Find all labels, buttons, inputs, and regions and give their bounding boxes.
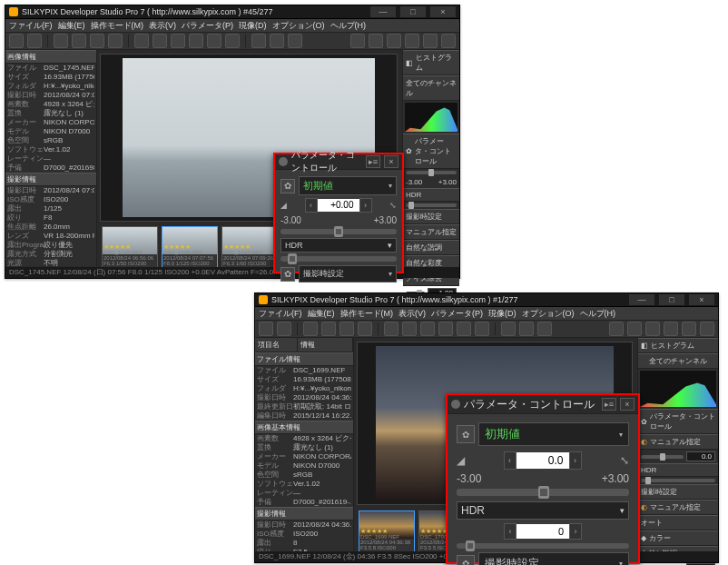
tool-button[interactable] xyxy=(700,322,714,336)
hdr-value[interactable]: 0 xyxy=(516,524,569,539)
tool-button[interactable] xyxy=(519,322,534,336)
tool-button[interactable] xyxy=(402,322,417,336)
settings-icon[interactable]: ✿ xyxy=(457,555,475,566)
label[interactable]: 撮影時設定 xyxy=(406,212,442,222)
hdr-dropdown[interactable]: HDR▾ xyxy=(457,501,629,520)
exposure-spinner[interactable]: ‹ 0.0 › xyxy=(504,451,582,470)
tool-button[interactable] xyxy=(387,34,401,48)
hdr-dropdown[interactable]: HDR▾ xyxy=(280,238,397,253)
maximize-button[interactable]: □ xyxy=(659,294,684,305)
increment-button[interactable]: › xyxy=(359,198,372,213)
tool-button[interactable] xyxy=(384,322,398,336)
decrement-button[interactable]: ‹ xyxy=(504,523,516,540)
menu-edit[interactable]: 編集(E) xyxy=(308,308,335,320)
expand-icon[interactable]: ▸≡ xyxy=(366,155,380,168)
thumbnail[interactable]: ★★★★★DSC_1699.NEF2012/08/24 04:36:38F3.5… xyxy=(359,510,415,552)
hdr-slider[interactable] xyxy=(406,203,457,207)
tool-button[interactable] xyxy=(501,322,516,336)
tool-button[interactable] xyxy=(627,322,642,336)
settings-icon[interactable]: ✿ xyxy=(280,267,295,282)
thumbnail[interactable]: ★★★★★DSC_1745.NEF2012/08/24 07:07:56F8.0… xyxy=(162,226,218,268)
close-button[interactable]: × xyxy=(689,294,714,305)
menu-develop[interactable]: 現像(D) xyxy=(239,20,267,32)
minimize-button[interactable]: ― xyxy=(370,6,396,17)
label[interactable]: 自然な諧調 xyxy=(406,243,442,253)
channel-label[interactable]: 全てのチャンネル xyxy=(649,356,707,366)
menu-view[interactable]: 表示(V) xyxy=(398,308,426,320)
label[interactable]: マニュアル指定 xyxy=(650,502,701,512)
thumbnail[interactable]: ★★★★★DSC_1743.NEF2012/08/24 06:56:06F6.3… xyxy=(102,226,158,268)
label[interactable]: 撮影時設定 xyxy=(641,487,677,497)
reset-icon[interactable]: ⤡ xyxy=(620,454,629,467)
menu-help[interactable]: ヘルプ(H) xyxy=(580,308,616,320)
menu-param[interactable]: パラメータ(P) xyxy=(182,20,233,32)
hdr-slider[interactable] xyxy=(457,543,629,549)
increment-button[interactable]: › xyxy=(569,523,582,540)
tool-button[interactable] xyxy=(405,34,419,48)
tool-button[interactable] xyxy=(259,322,273,336)
tool-button[interactable] xyxy=(27,34,42,48)
tool-button[interactable] xyxy=(423,34,438,48)
tool-button[interactable] xyxy=(475,322,489,336)
tool-button[interactable] xyxy=(251,34,266,48)
channel-label[interactable]: 全てのチャンネル xyxy=(406,78,457,98)
tool-button[interactable] xyxy=(277,322,291,336)
tool-button[interactable] xyxy=(90,34,104,48)
menu-option[interactable]: オプション(O) xyxy=(522,308,575,320)
tool-button[interactable] xyxy=(189,34,203,48)
menu-edit[interactable]: 編集(E) xyxy=(58,20,85,32)
preset-dropdown[interactable]: 初期値▾ xyxy=(299,176,397,195)
tool-button[interactable] xyxy=(457,322,471,336)
exposure-slider[interactable] xyxy=(280,229,397,234)
slider[interactable] xyxy=(641,455,684,459)
menu-file[interactable]: ファイル(F) xyxy=(259,308,302,320)
exposure-spinner[interactable]: ‹ +0.00 › xyxy=(305,198,372,213)
tool-button[interactable] xyxy=(321,322,336,336)
menu-help[interactable]: ヘルプ(H) xyxy=(330,20,367,32)
reset-icon[interactable]: ⤡ xyxy=(389,201,397,210)
tool-button[interactable] xyxy=(270,34,284,48)
tool-button[interactable] xyxy=(152,34,167,48)
exposure-value[interactable]: +0.00 xyxy=(318,199,359,212)
tool-button[interactable] xyxy=(369,34,383,48)
exposure-value[interactable]: 0.0 xyxy=(516,452,569,469)
close-icon[interactable]: × xyxy=(620,398,635,411)
maximize-button[interactable]: □ xyxy=(400,6,426,17)
decrement-button[interactable]: ‹ xyxy=(504,451,516,470)
shot-dropdown[interactable]: 撮影時設定▾ xyxy=(478,552,629,565)
tool-button[interactable] xyxy=(358,322,372,336)
tool-button[interactable] xyxy=(350,34,365,48)
decrement-button[interactable]: ‹ xyxy=(305,198,318,213)
settings-icon[interactable]: ✿ xyxy=(457,425,475,443)
hdr-slider[interactable] xyxy=(280,256,397,262)
settings-icon[interactable]: ✿ xyxy=(280,179,295,193)
tool-button[interactable] xyxy=(441,34,456,48)
label[interactable]: マニュアル指定 xyxy=(406,227,457,237)
exposure-slider[interactable] xyxy=(406,171,457,174)
tool-button[interactable] xyxy=(645,322,660,336)
tool-button[interactable] xyxy=(339,322,354,336)
thumbnail[interactable]: ★★★★★DSC_1747.NEF2012/08/24 07:09:26F6.3… xyxy=(221,226,278,268)
tool-button[interactable] xyxy=(664,322,678,336)
close-button[interactable]: × xyxy=(430,6,456,17)
label[interactable]: カラー xyxy=(649,533,671,543)
shot-dropdown[interactable]: 撮影時設定▾ xyxy=(299,265,397,282)
hdr-spinner[interactable]: ‹ 0 › xyxy=(504,523,582,540)
menu-develop[interactable]: 現像(D) xyxy=(488,308,516,320)
minimize-button[interactable]: ― xyxy=(629,294,654,305)
tool-button[interactable] xyxy=(303,322,318,336)
label[interactable]: オート xyxy=(641,518,663,528)
close-icon[interactable]: × xyxy=(384,155,398,168)
tool-button[interactable] xyxy=(682,322,696,336)
preset-dropdown[interactable]: 初期値▾ xyxy=(478,422,629,446)
hdr-slider[interactable] xyxy=(641,479,715,482)
tool-button[interactable] xyxy=(72,34,86,48)
tool-button[interactable] xyxy=(134,34,149,48)
tool-button[interactable] xyxy=(537,322,552,336)
exposure-slider[interactable] xyxy=(457,489,629,496)
menu-view[interactable]: 表示(V) xyxy=(149,20,176,32)
tool-button[interactable] xyxy=(108,34,123,48)
menu-option[interactable]: オプション(O) xyxy=(272,20,325,32)
menu-file[interactable]: ファイル(F) xyxy=(9,20,53,32)
tool-button[interactable] xyxy=(420,322,435,336)
